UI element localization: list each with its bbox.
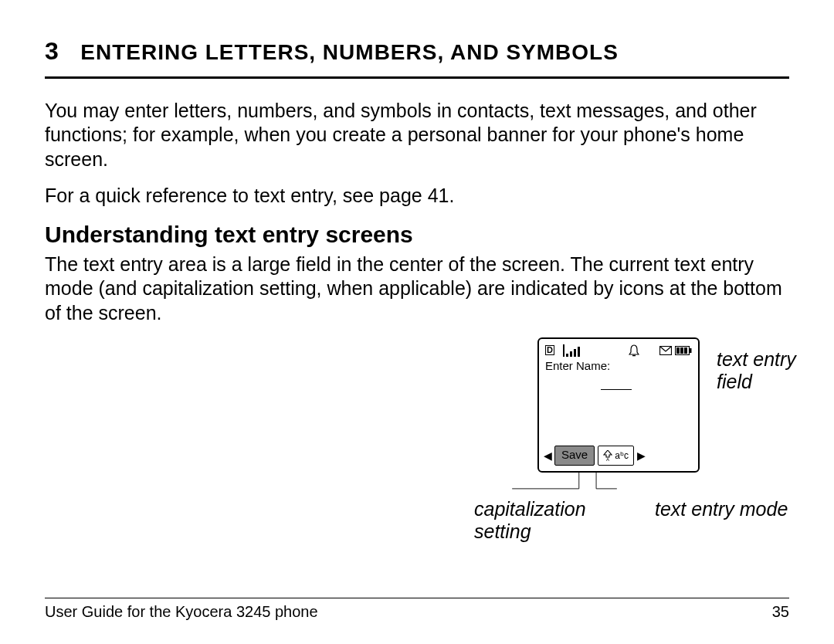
svg-rect-17 bbox=[684, 347, 687, 354]
softkey-bar: ◀ Save A aᵇc ▶ bbox=[544, 445, 693, 466]
footer-rule bbox=[45, 598, 789, 598]
shift-icon: A bbox=[603, 450, 612, 461]
intro-paragraph-2: For a quick reference to text entry, see… bbox=[45, 184, 789, 208]
text-entry-diagram: D bbox=[45, 337, 789, 561]
svg-rect-16 bbox=[680, 347, 683, 354]
signal-icon bbox=[562, 344, 584, 357]
left-arrow-icon[interactable]: ◀ bbox=[544, 449, 551, 462]
footer-title: User Guide for the Kyocera 3245 phone bbox=[45, 603, 318, 621]
callout-capitalization-setting: capitalization setting bbox=[474, 498, 629, 543]
digital-icon: D bbox=[545, 345, 554, 355]
heading-rule bbox=[45, 76, 789, 79]
phone-screen-mockup: D bbox=[537, 337, 700, 473]
section-subhead: Understanding text entry screens bbox=[45, 222, 789, 248]
text-mode-box[interactable]: A aᵇc bbox=[598, 446, 634, 466]
svg-rect-8 bbox=[570, 351, 572, 357]
svg-rect-14 bbox=[690, 348, 692, 353]
section-paragraph: The text entry area is a large field in … bbox=[45, 253, 789, 325]
svg-rect-10 bbox=[578, 347, 580, 357]
intro-paragraph-1: You may enter letters, numbers, and symb… bbox=[45, 99, 789, 171]
text-entry-field[interactable] bbox=[545, 375, 692, 422]
status-bar: D bbox=[545, 344, 692, 358]
right-arrow-icon[interactable]: ▶ bbox=[637, 449, 645, 462]
chapter-heading: 3 ENTERING LETTERS, NUMBERS, AND SYMBOLS bbox=[45, 37, 789, 66]
enter-name-label: Enter Name: bbox=[545, 359, 692, 372]
svg-rect-15 bbox=[676, 347, 680, 354]
svg-rect-9 bbox=[574, 349, 576, 357]
page-number: 35 bbox=[772, 603, 789, 621]
abc-mode-label: aᵇc bbox=[615, 450, 629, 461]
text-caret-indicator bbox=[601, 389, 632, 390]
svg-rect-7 bbox=[566, 354, 568, 357]
chapter-number: 3 bbox=[45, 37, 59, 66]
page-footer: User Guide for the Kyocera 3245 phone 35 bbox=[45, 598, 789, 621]
save-button[interactable]: Save bbox=[554, 446, 595, 466]
callout-text-entry-mode: text entry mode bbox=[655, 498, 809, 520]
callout-text-entry-field: text entry field bbox=[717, 348, 809, 393]
ringer-icon bbox=[629, 344, 639, 357]
battery-icon bbox=[675, 346, 692, 355]
chapter-title: ENTERING LETTERS, NUMBERS, AND SYMBOLS bbox=[80, 40, 619, 65]
svg-text:A: A bbox=[606, 457, 609, 461]
message-icon bbox=[659, 346, 672, 355]
